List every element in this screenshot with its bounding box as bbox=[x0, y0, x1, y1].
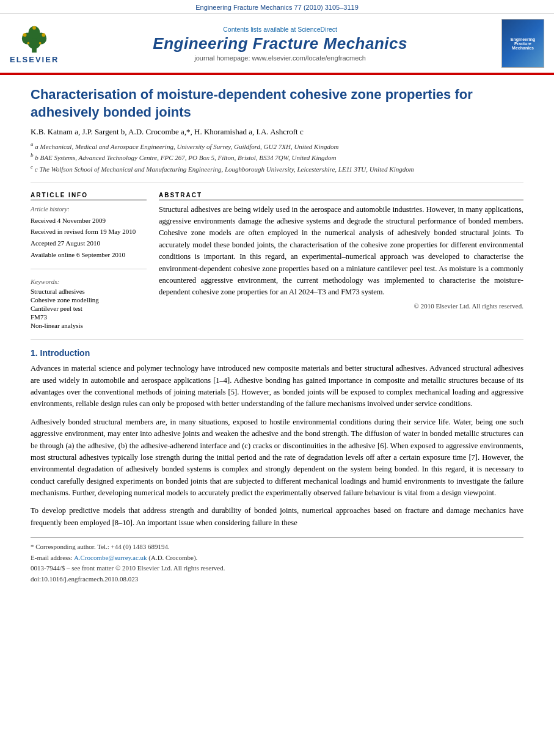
author-list: K.B. Katnam a, J.P. Sargent b, A.D. Croc… bbox=[31, 127, 304, 136]
paragraph-2: Adhesively bonded structural members are… bbox=[31, 416, 523, 500]
journal-homepage: journal homepage: www.elsevier.com/locat… bbox=[59, 54, 501, 62]
email-link[interactable]: A.Crocombe@surrey.ac.uk bbox=[74, 554, 147, 561]
keyword-5: Non-linear analysis bbox=[31, 322, 147, 329]
footnote-email: E-mail address: A.Crocombe@surrey.ac.uk … bbox=[31, 553, 523, 564]
copyright: © 2010 Elsevier Ltd. All rights reserved… bbox=[159, 302, 523, 310]
article-info-column: Article Info Article history: Received 4… bbox=[31, 192, 147, 331]
paragraph-1: Advances in material science and polymer… bbox=[31, 363, 523, 410]
section1-title: 1. Introduction bbox=[31, 348, 523, 358]
revised-date: Received in revised form 19 May 2010 bbox=[31, 226, 147, 238]
svg-point-6 bbox=[42, 33, 46, 37]
elsevier-logo: ELSEVIER bbox=[10, 23, 59, 64]
footnote-corresponding: * Corresponding author. Tel.: +44 (0) 14… bbox=[31, 542, 523, 553]
keyword-2: Cohesive zone modelling bbox=[31, 296, 147, 303]
cover-line1: Engineering bbox=[511, 37, 535, 42]
affiliation-c: c c The Wolfson School of Mechanical and… bbox=[31, 163, 523, 174]
svg-point-8 bbox=[27, 42, 30, 44]
header-divider bbox=[31, 183, 523, 183]
cover-line3: Mechanics bbox=[511, 46, 535, 50]
affiliation-b: b b BAE Systems, Advanced Technology Cen… bbox=[31, 151, 523, 162]
journal-ref-text: Engineering Fracture Mechanics 77 (2010)… bbox=[195, 4, 359, 11]
journal-header: ELSEVIER Contents lists available at Sci… bbox=[0, 14, 554, 74]
contents-line: Contents lists available at ScienceDirec… bbox=[59, 26, 501, 33]
article-history: Article history: Received 4 November 200… bbox=[31, 204, 147, 261]
abstract-text: Structural adhesives are being widely us… bbox=[159, 204, 523, 299]
svg-point-9 bbox=[39, 42, 42, 44]
body-divider bbox=[31, 339, 523, 340]
keywords-section: Keywords: Structural adhesives Cohesive … bbox=[31, 278, 147, 329]
keyword-4: FM73 bbox=[31, 313, 147, 321]
history-label: Article history: bbox=[31, 204, 147, 215]
article-title: Characterisation of moisture-dependent c… bbox=[31, 86, 523, 121]
available-date: Available online 6 September 2010 bbox=[31, 249, 147, 261]
abstract-column: Abstract Structural adhesives are being … bbox=[159, 192, 523, 331]
authors: K.B. Katnam a, J.P. Sargent b, A.D. Croc… bbox=[31, 127, 523, 137]
keyword-3: Cantilever peel test bbox=[31, 305, 147, 312]
paragraph-3: To develop predictive models that addres… bbox=[31, 505, 523, 529]
main-content: Characterisation of moisture-dependent c… bbox=[0, 75, 554, 596]
footnote-doi: doi:10.1016/j.engfracmech.2010.08.023 bbox=[31, 574, 523, 585]
journal-center: Contents lists available at ScienceDirec… bbox=[59, 26, 501, 62]
contents-prefix: Contents lists available at bbox=[223, 26, 297, 33]
keyword-1: Structural adhesives bbox=[31, 288, 147, 295]
elsevier-tree-icon bbox=[16, 23, 53, 54]
journal-reference: Engineering Fracture Mechanics 77 (2010)… bbox=[0, 0, 554, 14]
journal-cover-image: Engineering Fracture Mechanics bbox=[501, 19, 544, 68]
sciencedirect-link[interactable]: ScienceDirect bbox=[297, 26, 337, 33]
elsevier-wordmark: ELSEVIER bbox=[10, 55, 59, 64]
cover-line2: Fracture bbox=[511, 42, 535, 46]
svg-point-5 bbox=[23, 33, 27, 37]
footnote-issn: 0013-7944/$ – see front matter © 2010 El… bbox=[31, 563, 523, 574]
footnote-area: * Corresponding author. Tel.: +44 (0) 14… bbox=[31, 537, 523, 584]
journal-title: Engineering Fracture Mechanics bbox=[59, 34, 501, 53]
affiliations: a a Mechanical, Medical and Aerospace En… bbox=[31, 140, 523, 173]
accepted-date: Accepted 27 August 2010 bbox=[31, 238, 147, 249]
article-info-heading: Article Info bbox=[31, 192, 147, 200]
info-abstract-section: Article Info Article history: Received 4… bbox=[31, 192, 523, 331]
received-date: Received 4 November 2009 bbox=[31, 215, 147, 227]
keywords-label: Keywords: bbox=[31, 278, 147, 285]
svg-point-7 bbox=[32, 26, 36, 29]
affiliation-a: a a Mechanical, Medical and Aerospace En… bbox=[31, 140, 523, 151]
abstract-heading: Abstract bbox=[159, 192, 523, 200]
info-divider bbox=[31, 269, 147, 269]
